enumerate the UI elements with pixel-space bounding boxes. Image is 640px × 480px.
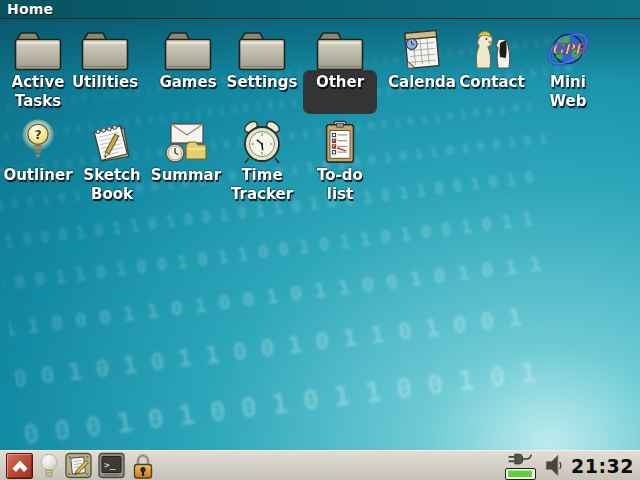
chevron-up-icon	[10, 458, 30, 474]
folder-icon	[13, 25, 63, 72]
desktop-icon-mini-web[interactable]: Mini Web	[528, 25, 608, 111]
bulb-icon	[39, 452, 59, 479]
icon-label: Time Tracker	[231, 166, 293, 204]
menu-launcher-button[interactable]	[6, 453, 33, 479]
icon-label: Contact	[459, 73, 524, 92]
titlebar: Home	[0, 0, 640, 19]
icon-label: Games	[159, 73, 216, 92]
speaker-icon	[544, 453, 563, 478]
folder-icon	[237, 25, 287, 72]
desktop-icon-time-tracker[interactable]: Time Tracker	[222, 119, 302, 204]
icon-label: Outliner	[3, 166, 72, 185]
desktop-icon-games[interactable]: Games	[148, 25, 228, 92]
alarm-clock-icon	[239, 119, 285, 165]
padlock-icon	[131, 452, 155, 480]
taskbar: 21:32	[0, 450, 640, 480]
lightbulb-question-icon	[16, 119, 60, 165]
lock-screen-button[interactable]	[131, 452, 155, 480]
icon-label: Sketch Book	[83, 166, 140, 204]
clipboard-checklist-icon	[320, 119, 360, 165]
screen: GPE ?	[0, 0, 640, 480]
desktop-icon-sketch-book[interactable]: Sketch Book	[72, 119, 152, 204]
icon-label: Settings	[227, 73, 298, 92]
desktop-icon-summary[interactable]: Summar	[146, 119, 226, 185]
gpe-globe-icon	[545, 25, 591, 72]
desktop-icon-todo-list[interactable]: To-do list	[300, 119, 380, 204]
calendar-icon	[399, 25, 445, 72]
battery-indicator	[505, 468, 536, 480]
battery-fill-bar	[508, 470, 533, 477]
desktop-icon-settings[interactable]: Settings	[222, 25, 302, 92]
window-title: Home	[7, 1, 53, 17]
sketchpad-pen-icon	[88, 119, 136, 165]
icon-label: To-do list	[317, 166, 363, 204]
notepad-pencil-icon	[65, 452, 92, 479]
icon-label: Calenda	[388, 73, 456, 92]
folder-icon	[315, 25, 365, 72]
folder-icon	[80, 25, 130, 72]
envelope-clock-folder-icon	[162, 119, 210, 165]
ac-plug-icon	[506, 452, 536, 467]
desktop-icon-utilities[interactable]: Utilities	[65, 25, 145, 92]
desktop[interactable]: 0 1 1 0 1 0 0 1 0 1 1 0 0 1 0 1 1 0 1 0 …	[0, 19, 640, 450]
desktop-icon-contact[interactable]: Contact	[452, 25, 532, 92]
notes-applet-button[interactable]	[65, 452, 92, 479]
clock-display[interactable]: 21:32	[571, 455, 634, 477]
desktop-icon-outliner[interactable]: Outliner	[0, 119, 78, 185]
desktop-icon-calendar[interactable]: Calenda	[382, 25, 462, 92]
volume-applet[interactable]	[544, 453, 563, 478]
contacts-icon	[470, 25, 514, 72]
icon-label: Utilities	[72, 73, 138, 92]
icon-label: Mini Web	[550, 73, 587, 111]
icon-label: Summar	[151, 166, 221, 185]
power-status-applet[interactable]	[505, 452, 536, 480]
desktop-icon-other-selected[interactable]: Other	[300, 25, 380, 92]
folder-icon	[163, 25, 213, 72]
terminal-applet-button[interactable]	[98, 452, 125, 479]
terminal-icon	[98, 452, 125, 479]
icon-label: Active Tasks	[12, 73, 65, 111]
backlight-bulb-button[interactable]	[39, 452, 59, 479]
taskbar-left-group	[6, 452, 155, 480]
taskbar-right-group: 21:32	[505, 452, 634, 480]
icon-label: Other	[316, 73, 364, 92]
